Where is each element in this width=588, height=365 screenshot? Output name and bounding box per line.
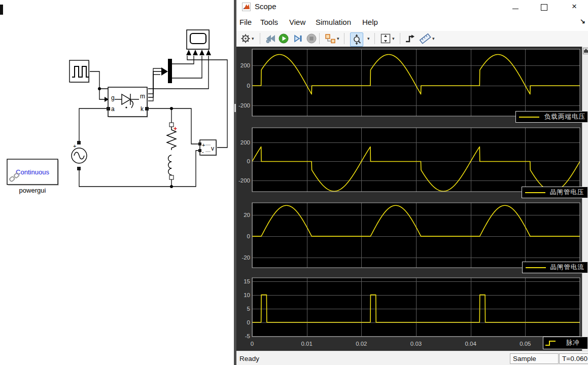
scope-plots[interactable]: -2000200-2000200-20020-505101500.010.020…: [236, 47, 582, 351]
rlc-top-connector: [169, 123, 174, 127]
menu-simulation[interactable]: Simulation: [316, 18, 351, 26]
run-button[interactable]: [279, 32, 289, 45]
powergui-block[interactable]: Continuous powergui: [7, 159, 59, 194]
legend-thyristor-voltage[interactable]: 晶闸管电压: [522, 187, 588, 198]
svg-text:15: 15: [244, 278, 250, 284]
port-label-g: g: [111, 94, 115, 101]
source-polarity-label: +: [73, 143, 76, 149]
matlab-logo-icon: [242, 3, 251, 11]
toolbar: ▾: [236, 31, 588, 47]
stop-button[interactable]: [306, 32, 317, 45]
svg-text:0: 0: [247, 158, 250, 164]
measurements-dropdown-icon: ▾: [432, 36, 435, 41]
legend-pulse[interactable]: 脉冲: [543, 337, 588, 349]
maximize-icon[interactable]: [533, 0, 555, 14]
powergui-name-label: powergui: [19, 187, 46, 194]
fit-to-view-icon: [380, 33, 391, 44]
scroll-button[interactable]: [583, 48, 588, 54]
port-label-a: a: [111, 105, 115, 113]
source-bottom-connector: [77, 167, 81, 170]
trigger-button[interactable]: [405, 32, 416, 45]
stop-icon: [306, 33, 317, 44]
svg-text:0.02: 0.02: [356, 341, 367, 347]
status-bar: Ready Sample based T=0.060: [236, 351, 588, 365]
gear-dropdown-icon: ▾: [252, 36, 254, 41]
fit-dropdown-icon: ▾: [392, 36, 395, 41]
series-rlc-branch-block[interactable]: +: [167, 123, 177, 179]
demux-block[interactable]: [168, 59, 172, 83]
model-diagram: g m a k: [0, 0, 234, 365]
scope-window: Scope × File Tools View Simulation Help …: [236, 0, 588, 365]
port-label-m: m: [140, 93, 145, 100]
step-forward-button[interactable]: [293, 32, 303, 45]
scope-input-ports: [186, 50, 211, 55]
svg-text:0.04: 0.04: [465, 341, 476, 347]
menu-overflow-icon[interactable]: ↘: [580, 17, 585, 25]
menu-tools[interactable]: Tools: [260, 18, 278, 26]
legend-load-voltage[interactable]: 负载两端电压: [515, 111, 588, 123]
signal-selector-icon: [325, 33, 336, 44]
scrollbar-track[interactable]: [582, 47, 588, 351]
legend-label: 晶闸管电压: [546, 188, 587, 197]
window-title: Scope: [255, 2, 276, 11]
divider-handle[interactable]: [234, 104, 236, 112]
vm-plus-label: +: [202, 142, 205, 148]
svg-text:200: 200: [240, 62, 250, 68]
port-k-connector: [145, 107, 149, 111]
powergui-mode-label: Continuous: [16, 168, 49, 176]
play-icon: [279, 33, 289, 44]
legend-label: 负载两端电压: [542, 113, 587, 121]
legend-step-sample: [543, 339, 559, 347]
zoom-dropdown[interactable]: ▾: [366, 32, 370, 45]
ac-voltage-source-block[interactable]: +: [72, 141, 87, 170]
port-label-k: k: [141, 105, 144, 113]
signal-wires: [79, 56, 227, 187]
status-text: Ready: [239, 355, 259, 362]
signal-selector-button[interactable]: ▾: [325, 32, 339, 45]
legend-label: 脉冲: [559, 339, 587, 347]
vm-v-label: v: [211, 145, 214, 152]
svg-text:0: 0: [247, 233, 250, 239]
scope-display-area[interactable]: -2000200-2000200-20020-505101500.010.020…: [236, 47, 588, 351]
pulse-generator-block[interactable]: [70, 60, 90, 83]
sim-time-indicator: T=0.060: [559, 353, 588, 364]
vm-minus-connector: [198, 149, 201, 152]
source-top-connector: [77, 141, 81, 144]
simulink-model-canvas[interactable]: g m a k: [0, 0, 234, 365]
scope-block[interactable]: [186, 30, 211, 55]
settings-gear-button[interactable]: ▾: [240, 32, 254, 45]
menu-file[interactable]: File: [239, 18, 252, 26]
menu-help[interactable]: Help: [362, 18, 378, 26]
ruler-icon: [419, 33, 431, 44]
step-back-icon: [265, 33, 276, 44]
zoom-tool-button[interactable]: [350, 32, 363, 47]
menu-view[interactable]: View: [289, 18, 305, 26]
step-back-button[interactable]: [265, 32, 276, 45]
svg-text:0: 0: [251, 341, 254, 347]
svg-text:0.01: 0.01: [301, 341, 312, 347]
svg-text:10: 10: [244, 292, 250, 298]
vm-minus-label: -: [202, 149, 204, 155]
close-icon[interactable]: ×: [563, 0, 585, 14]
svg-text:0: 0: [247, 83, 250, 89]
zoom-dropdown-icon: ▾: [367, 36, 370, 41]
svg-text:-200: -200: [238, 102, 250, 108]
svg-text:-200: -200: [238, 177, 250, 184]
legend-line-sample: [522, 189, 546, 196]
voltage-measurement-block[interactable]: + - v: [198, 140, 217, 156]
vm-plus-connector: [198, 142, 201, 145]
legend-label: 晶闸管电流: [547, 263, 587, 272]
legend-line-sample: [516, 114, 542, 121]
title-bar[interactable]: Scope ×: [236, 0, 588, 14]
zoom-tool-icon: [351, 34, 362, 45]
legend-thyristor-current[interactable]: 晶闸管电流: [522, 262, 588, 273]
svg-text:0.05: 0.05: [520, 341, 531, 347]
sample-mode-indicator: Sample based: [510, 353, 559, 364]
measurements-button[interactable]: ▾: [419, 32, 435, 45]
svg-text:-5: -5: [245, 333, 250, 339]
fit-to-view-button[interactable]: ▾: [380, 32, 395, 45]
svg-text:5: 5: [247, 306, 250, 312]
minimize-icon[interactable]: [504, 0, 527, 14]
thyristor-block[interactable]: g m a k: [107, 87, 149, 118]
inductor-icon: [168, 155, 172, 175]
